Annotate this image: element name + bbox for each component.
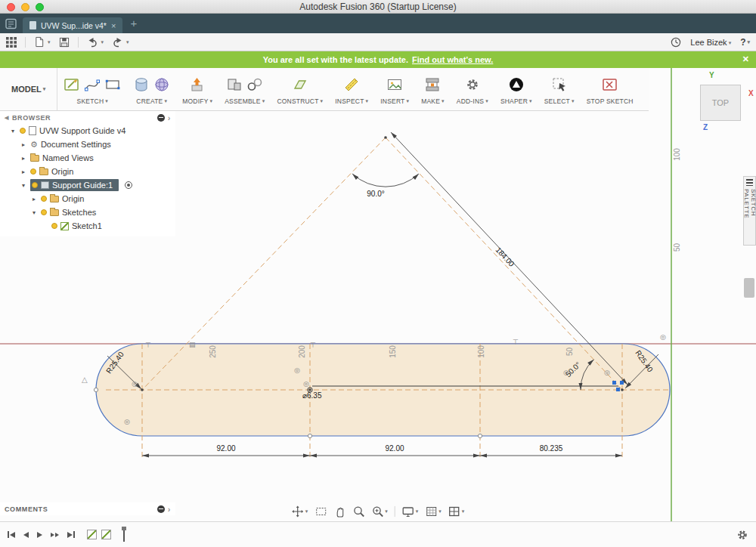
- expand-arrow-icon[interactable]: ▸: [20, 155, 27, 162]
- stop-sketch-icon[interactable]: [602, 76, 618, 93]
- save-button[interactable]: [59, 37, 70, 48]
- expand-arrow-icon[interactable]: ▸: [20, 168, 27, 175]
- grid-display-button[interactable]: [425, 505, 442, 518]
- viewports-button[interactable]: [448, 505, 465, 518]
- select-box-icon[interactable]: [551, 76, 568, 93]
- document-tab[interactable]: UVW Sup...ide v4* ×: [23, 17, 122, 33]
- perpendicular-constraint-icon[interactable]: ⊤: [310, 342, 316, 349]
- insert-image-icon[interactable]: [386, 76, 403, 93]
- ribbon-menu-construct[interactable]: CONSTRUCT: [277, 97, 323, 105]
- help-menu-button[interactable]: ?: [740, 37, 750, 48]
- perpendicular-constraint-icon[interactable]: ⊤: [145, 342, 151, 349]
- timeline-feature-sketch[interactable]: [101, 530, 111, 539]
- comments-panel[interactable]: COMMENTS ›: [0, 502, 175, 515]
- browser-header[interactable]: ◀ BROWSER ›: [0, 111, 175, 124]
- user-menu-button[interactable]: Lee Bizek: [690, 38, 731, 47]
- browser-item-origin-child[interactable]: ▸ Origin: [0, 192, 175, 206]
- sketch-palette-tab[interactable]: SKETCH PALETTE: [743, 176, 756, 246]
- ribbon-menu-sketch[interactable]: SKETCH: [77, 97, 108, 105]
- collapse-panel-icon[interactable]: ◀: [5, 115, 9, 121]
- ribbon-menu-shaper[interactable]: SHAPER: [500, 97, 532, 105]
- browser-item-document-settings[interactable]: ▸ ⚙ Document Settings: [0, 138, 175, 151]
- collapse-comments-icon[interactable]: [157, 505, 165, 513]
- visibility-bulb-icon[interactable]: [51, 223, 57, 229]
- cylinder-icon[interactable]: [133, 76, 150, 93]
- banner-link[interactable]: Find out what's new.: [412, 55, 493, 64]
- concentric-constraint-icon[interactable]: ◎: [563, 369, 569, 376]
- close-window-button[interactable]: [7, 3, 15, 11]
- zoom-menu-button[interactable]: [371, 505, 388, 518]
- expand-arrow-icon[interactable]: ▾: [30, 209, 38, 216]
- ribbon-menu-inspect[interactable]: INSPECT: [335, 97, 368, 105]
- concentric-constraint-icon[interactable]: ◎: [604, 369, 610, 376]
- zoom-window-button[interactable]: [36, 3, 44, 11]
- concentric-constraint-icon[interactable]: ◎: [124, 419, 130, 425]
- ribbon-menu-insert[interactable]: INSERT: [380, 97, 409, 105]
- ribbon-menu-assemble[interactable]: ASSEMBLE: [225, 97, 265, 105]
- concentric-constraint-icon[interactable]: ◎: [303, 381, 309, 388]
- browser-item-sketch1[interactable]: Sketch1: [0, 219, 175, 233]
- panel-scroll-thumb[interactable]: [744, 278, 754, 298]
- dimension-diameter-mid[interactable]: ⌀6.35: [302, 391, 321, 400]
- new-tab-button[interactable]: +: [130, 17, 137, 29]
- joint-icon[interactable]: [246, 76, 263, 93]
- sphere-icon[interactable]: [153, 76, 170, 93]
- ribbon-menu-select[interactable]: SELECT: [544, 97, 575, 105]
- viewcube[interactable]: TOP: [700, 85, 741, 121]
- create-sketch-icon[interactable]: [64, 76, 80, 93]
- dimension-width-right[interactable]: 80.235: [540, 444, 563, 453]
- concentric-constraint-icon[interactable]: ◎: [294, 367, 300, 374]
- orbit-button[interactable]: [292, 505, 308, 518]
- browser-item-sketches[interactable]: ▾ Sketches: [0, 206, 175, 219]
- selected-item-highlight[interactable]: Support Guide:1: [30, 179, 119, 191]
- timeline-go-start-button[interactable]: [8, 531, 15, 538]
- banner-close-icon[interactable]: ✕: [742, 54, 749, 64]
- dimension-width-mid[interactable]: 92.00: [385, 444, 404, 453]
- browser-item-component[interactable]: ▾ Support Guide:1: [0, 178, 175, 192]
- shaper-utilities-icon[interactable]: [508, 76, 525, 93]
- expand-arrow-icon[interactable]: ▾: [9, 128, 17, 134]
- rectangle-tool-icon[interactable]: [104, 76, 121, 93]
- ribbon-menu-make[interactable]: MAKE: [421, 97, 445, 105]
- perpendicular-constraint-icon[interactable]: ⊤: [513, 339, 519, 346]
- viewcube-face-label[interactable]: TOP: [712, 98, 729, 107]
- 3d-print-icon[interactable]: [424, 76, 441, 93]
- stop-sketch-button[interactable]: STOP SKETCH: [587, 97, 634, 105]
- data-panel-icon[interactable]: [5, 17, 17, 29]
- visibility-bulb-icon[interactable]: [30, 168, 36, 175]
- browser-item-named-views[interactable]: ▸ Named Views: [0, 151, 175, 165]
- panel-resize-handle[interactable]: ›: [168, 505, 171, 514]
- activate-component-radio[interactable]: [125, 181, 132, 189]
- timeline-step-forward-button[interactable]: [51, 533, 59, 537]
- visibility-bulb-icon[interactable]: [32, 182, 38, 188]
- expand-arrow-icon[interactable]: ▸: [30, 196, 38, 202]
- addins-gear-icon[interactable]: [464, 76, 481, 93]
- ribbon-menu-create[interactable]: CREATE: [136, 97, 167, 105]
- ribbon-menu-addins[interactable]: ADD-INS: [457, 97, 488, 105]
- timeline-go-end-button[interactable]: [67, 531, 75, 538]
- preferences-gear-button[interactable]: [736, 529, 748, 541]
- concentric-constraint-icon[interactable]: ◎: [660, 334, 666, 341]
- new-component-icon[interactable]: [226, 76, 243, 93]
- minimize-window-button[interactable]: [21, 3, 29, 11]
- dimension-width-left[interactable]: 92.00: [216, 444, 235, 453]
- browser-item-origin[interactable]: ▸ Origin: [0, 165, 175, 178]
- ribbon-menu-modify[interactable]: MODIFY: [182, 97, 212, 105]
- panel-resize-handle[interactable]: ›: [168, 113, 171, 122]
- timeline-marker[interactable]: [123, 528, 125, 542]
- redo-button[interactable]: [112, 36, 129, 48]
- construction-plane-icon[interactable]: [292, 76, 308, 93]
- job-status-clock-icon[interactable]: [671, 37, 681, 48]
- press-pull-icon[interactable]: [189, 76, 206, 93]
- browser-item-root[interactable]: ▾ UVW Support Guide v4: [0, 124, 175, 138]
- timeline-step-back-button[interactable]: [23, 532, 29, 538]
- undo-button[interactable]: [87, 36, 104, 48]
- timeline-feature-sketch[interactable]: [87, 530, 97, 539]
- close-tab-icon[interactable]: ×: [111, 21, 116, 30]
- visibility-bulb-icon[interactable]: [41, 196, 47, 202]
- visibility-bulb-icon[interactable]: [41, 209, 47, 215]
- file-menu-button[interactable]: [34, 36, 51, 48]
- timeline-play-button[interactable]: [37, 532, 42, 538]
- visibility-bulb-icon[interactable]: [20, 128, 26, 134]
- spline-icon[interactable]: [84, 76, 101, 93]
